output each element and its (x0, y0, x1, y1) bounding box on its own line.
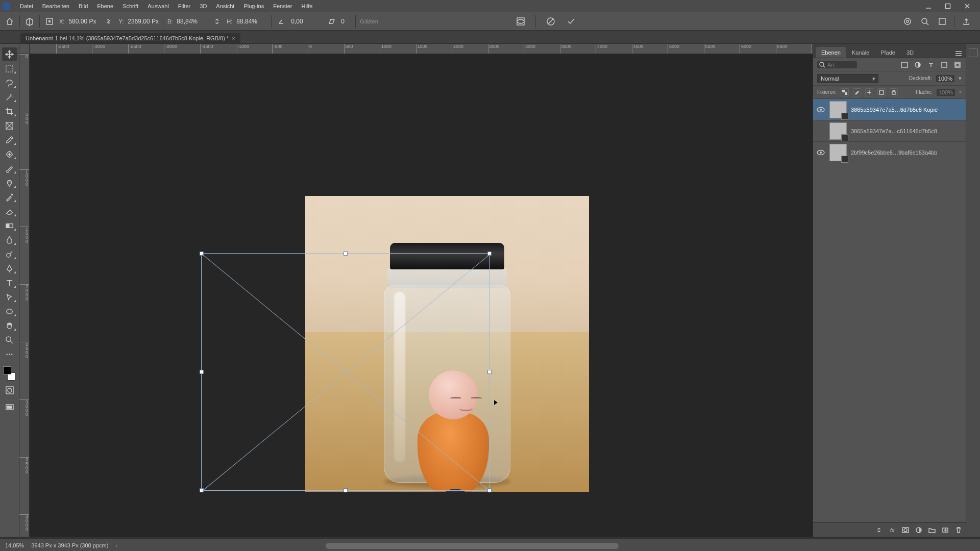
swap-xy-icon[interactable] (103, 16, 114, 27)
tab-paths[interactable]: Pfade (875, 47, 900, 58)
tab-channels[interactable]: Kanäle (847, 47, 874, 58)
layer-thumbnail[interactable] (829, 101, 847, 118)
document-tab[interactable]: Unbenannt-1 bei 14,1% (3865a59347e7a5d3d… (20, 33, 240, 43)
menu-filter[interactable]: Filter (174, 0, 195, 12)
zoom-tool[interactable] (2, 333, 17, 346)
move-tool[interactable] (2, 47, 17, 61)
menu-bild[interactable]: Bild (74, 0, 92, 12)
window-minimize-button[interactable] (919, 0, 938, 12)
collapsed-panel-icon[interactable] (969, 48, 978, 57)
status-zoom[interactable]: 14,05% (5, 542, 24, 548)
crop-tool[interactable] (2, 105, 17, 118)
layer-visibility-toggle[interactable] (816, 148, 825, 157)
fill-value[interactable]: 100% (937, 89, 955, 96)
wand-tool[interactable] (2, 90, 17, 104)
share-icon[interactable] (961, 16, 972, 27)
link-wh-icon[interactable] (211, 16, 223, 27)
opacity-value[interactable]: 100% (936, 75, 954, 82)
vertical-ruler[interactable]: 05001000150020002500300035004000 (19, 54, 30, 537)
canvas[interactable] (30, 54, 813, 537)
type-tool[interactable] (2, 276, 17, 289)
tab-3d[interactable]: 3D (901, 47, 919, 58)
y-value[interactable]: 2369,00 Px (128, 18, 159, 25)
transform-handle-s[interactable] (344, 488, 348, 492)
cloud-docs-icon[interactable] (902, 16, 913, 27)
interpolation-label[interactable]: Glätten (360, 18, 378, 24)
horizontal-scrollbar[interactable] (326, 543, 619, 549)
arrange-docs-icon[interactable] (937, 16, 948, 27)
blend-mode-select[interactable]: Normal (817, 74, 878, 83)
dodge-tool[interactable] (2, 247, 17, 261)
screen-mode-button[interactable] (2, 401, 17, 414)
lock-artboard-icon[interactable] (877, 88, 886, 96)
cancel-transform-button[interactable] (545, 16, 556, 27)
adjustment-layer-icon[interactable] (915, 526, 923, 534)
layer-filter-search[interactable] (817, 61, 857, 68)
quick-mask-button[interactable] (2, 384, 17, 397)
transform-bounding-box[interactable] (201, 253, 490, 491)
layer-name[interactable]: 3865a59347e7a5…6d7b5c8 Kopie (851, 107, 938, 113)
horizontal-ruler[interactable]: -3500-3000-2500-2000-1500-1000-500050010… (30, 44, 813, 54)
shape-tool[interactable] (2, 305, 17, 318)
window-close-button[interactable] (958, 0, 977, 12)
pen-tool[interactable] (2, 262, 17, 275)
menu-plug-ins[interactable]: Plug-ins (239, 0, 268, 12)
fx-icon[interactable]: fx (888, 526, 896, 534)
filter-pixel-icon[interactable] (900, 61, 909, 69)
hand-tool[interactable] (2, 319, 17, 332)
layer-visibility-toggle[interactable] (816, 127, 825, 136)
menu-hilfe[interactable]: Hilfe (297, 0, 317, 12)
lock-transparent-icon[interactable] (841, 88, 849, 96)
marquee-tool[interactable] (2, 62, 17, 75)
window-maximize-button[interactable] (938, 0, 958, 12)
status-docinfo[interactable]: 3943 Px x 3943 Px (300 ppcm) (31, 542, 108, 548)
skew-value[interactable]: 0 (341, 18, 351, 25)
layer-name[interactable]: 2bf99c5e26bbe6…9baf6e163a4bb (851, 149, 937, 156)
lock-all-icon[interactable] (890, 88, 898, 96)
layer-thumbnail[interactable] (829, 122, 847, 140)
menu-schrift[interactable]: Schrift (118, 0, 143, 12)
filter-adjust-icon[interactable] (914, 61, 922, 69)
filter-type-icon[interactable] (927, 61, 935, 69)
ruler-origin[interactable] (19, 44, 30, 54)
lock-paint-icon[interactable] (853, 88, 861, 96)
tab-layers[interactable]: Ebenen (816, 47, 846, 58)
link-layers-icon[interactable] (875, 526, 883, 534)
history-brush-tool[interactable] (2, 190, 17, 204)
new-layer-icon[interactable] (941, 526, 949, 534)
panel-menu-icon[interactable] (954, 49, 963, 58)
layer-thumbnail[interactable] (829, 144, 847, 161)
menu-ebene[interactable]: Ebene (92, 0, 118, 12)
menu-fenster[interactable]: Fenster (268, 0, 297, 12)
commit-transform-button[interactable] (566, 16, 577, 27)
path-select-tool[interactable] (2, 290, 17, 304)
transform-preset-icon[interactable] (24, 16, 35, 27)
gradient-tool[interactable] (2, 219, 17, 232)
status-chevron-icon[interactable]: › (115, 542, 117, 548)
color-swatches[interactable] (2, 366, 17, 382)
reference-point-icon[interactable] (44, 16, 55, 27)
blur-tool[interactable] (2, 233, 17, 246)
filter-shape-icon[interactable] (940, 61, 948, 69)
mask-icon[interactable] (901, 526, 910, 534)
menu-3d[interactable]: 3D (195, 0, 211, 12)
eraser-tool[interactable] (2, 205, 17, 218)
menu-ansicht[interactable]: Ansicht (211, 0, 239, 12)
transform-handle-w[interactable] (200, 370, 204, 374)
w-value[interactable]: 88,84% (177, 18, 207, 25)
lasso-tool[interactable] (2, 76, 17, 89)
layer-row[interactable]: 2bf99c5e26bbe6…9baf6e163a4bb (813, 142, 966, 163)
delete-layer-icon[interactable] (954, 526, 963, 534)
transform-handle-n[interactable] (344, 252, 348, 256)
group-icon[interactable] (928, 526, 936, 534)
edit-toolbar-button[interactable] (2, 347, 17, 361)
home-button[interactable] (4, 16, 15, 27)
h-value[interactable]: 88,84% (236, 18, 267, 25)
layer-row[interactable]: 3865a59347e7a…c611646d7b5c8 (813, 120, 966, 142)
brush-tool[interactable] (2, 162, 17, 175)
close-tab-icon[interactable]: × (232, 35, 235, 41)
menu-auswahl[interactable]: Auswahl (143, 0, 174, 12)
x-value[interactable]: 580,00 Px (68, 18, 99, 25)
transform-handle-e[interactable] (487, 370, 492, 374)
layer-row[interactable]: 3865a59347e7a5…6d7b5c8 Kopie (813, 99, 966, 120)
